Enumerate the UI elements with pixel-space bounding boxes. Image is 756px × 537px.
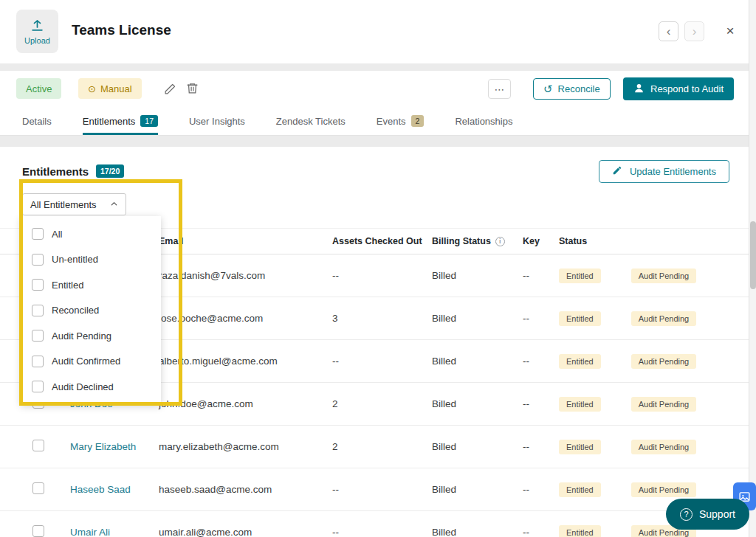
entitlement-badge: Entitled (559, 482, 601, 497)
billing-status: Billed (432, 484, 523, 495)
key-value: -- (523, 441, 559, 452)
edit-button[interactable] (162, 81, 178, 99)
option-checkbox[interactable] (32, 330, 44, 342)
tab-details[interactable]: Details (22, 108, 52, 135)
info-icon[interactable]: i (495, 237, 505, 246)
person-icon (633, 83, 645, 96)
vertical-scrollbar[interactable] (749, 0, 756, 537)
filter-option[interactable]: Reconciled (21, 298, 161, 324)
entitlements-filter-trigger[interactable]: All Entitlements (22, 193, 126, 215)
tab-entitlements[interactable]: Entitlements 17 (83, 108, 158, 135)
filter-option[interactable]: Un-entitled (21, 247, 161, 273)
delete-button[interactable] (185, 80, 200, 98)
row-checkbox[interactable] (32, 525, 44, 537)
respond-to-audit-button[interactable]: Respond to Audit (623, 77, 734, 100)
assets-checked-out: -- (332, 484, 432, 495)
upload-icon (30, 18, 44, 34)
option-label: Reconciled (52, 305, 99, 316)
entitlements-filter-dropdown: All Un-entitled Entitled Reconciled Audi… (21, 216, 161, 405)
user-email: raza.danish@7vals.com (159, 270, 332, 281)
entitlements-count-badge: 17/20 (96, 164, 124, 178)
trash-icon (186, 86, 199, 97)
col-header-status: Status (559, 236, 749, 246)
user-name-link[interactable]: Umair Ali (70, 527, 110, 537)
entitlement-badge: Entitled (559, 440, 601, 454)
pencil-icon (612, 165, 622, 178)
filter-selected-label: All Entitlements (30, 199, 97, 210)
filter-option[interactable]: Entitled (21, 272, 161, 298)
option-label: Un-entitled (52, 254, 98, 265)
reconcile-icon: ↺ (543, 83, 553, 94)
tab-label: Entitlements (83, 116, 136, 127)
tab-bar: Details Entitlements 17 User Insights Ze… (0, 108, 749, 136)
option-checkbox[interactable] (32, 305, 44, 316)
entitlement-badge: Entitled (559, 354, 601, 369)
user-email: haseeb.saad@acme.com (159, 484, 332, 495)
key-value: -- (523, 313, 559, 324)
filter-option[interactable]: Audit Pending (21, 323, 161, 349)
tab-label: Zendesk Tickets (276, 116, 346, 127)
key-value: -- (523, 527, 559, 537)
user-name-link[interactable]: Haseeb Saad (70, 484, 131, 495)
audit-status-badge: Audit Pending (631, 482, 697, 497)
toolbar: Active ⊙ Manual ⋯ ↺ Reconcile Respond to… (0, 71, 749, 136)
filter-option[interactable]: All (21, 221, 161, 247)
audit-status-badge: Audit Pending (631, 354, 697, 369)
filter-option[interactable]: Audit Confirmed (21, 349, 161, 375)
scrollbar-thumb[interactable] (750, 221, 756, 289)
option-label: Audit Pending (52, 330, 111, 342)
col-header-billing: Billing Status (432, 236, 491, 246)
key-value: -- (523, 270, 559, 281)
window-header: Upload Teams License ‹ › × (0, 0, 749, 63)
row-checkbox[interactable] (32, 482, 44, 494)
update-entitlements-label: Update Entitlements (630, 166, 716, 177)
assets-checked-out: -- (332, 356, 432, 367)
option-checkbox[interactable] (32, 356, 44, 367)
col-header-email: Email (159, 236, 332, 246)
support-button[interactable]: ? Support (666, 499, 749, 530)
option-checkbox[interactable] (32, 279, 44, 291)
status-badge: Active (16, 78, 61, 99)
update-entitlements-button[interactable]: Update Entitlements (599, 160, 729, 183)
tab-label: Relationships (455, 116, 512, 127)
option-label: Entitled (52, 280, 83, 291)
reconcile-label: Reconcile (558, 83, 600, 94)
section-title: Entitlements (22, 165, 89, 178)
tab-zendesk-tickets[interactable]: Zendesk Tickets (276, 108, 346, 135)
respond-to-audit-label: Respond to Audit (650, 83, 724, 94)
upload-button[interactable]: Upload (16, 10, 58, 53)
entitlement-badge: Entitled (559, 268, 601, 283)
row-checkbox[interactable] (32, 440, 44, 451)
next-record-button[interactable]: › (684, 21, 704, 41)
audit-status-badge: Audit Pending (631, 268, 697, 283)
close-button[interactable]: × (721, 21, 740, 41)
billing-status: Billed (432, 527, 523, 537)
more-actions-button[interactable]: ⋯ (488, 79, 511, 99)
tab-events[interactable]: Events 2 (377, 108, 425, 135)
user-email: alberto.miguel@acme.com (159, 356, 332, 367)
filter-option[interactable]: Audit Declined (21, 374, 161, 400)
table-row: Mary Elizabeth mary.elizabeth@acme.com 2… (0, 426, 749, 468)
assets-checked-out: -- (332, 527, 432, 537)
option-checkbox[interactable] (32, 228, 44, 240)
option-checkbox[interactable] (32, 254, 44, 266)
user-email: john.doe@acme.com (159, 398, 332, 409)
assets-checked-out: 2 (332, 398, 432, 409)
section-header: Entitlements 17/20 (22, 164, 124, 178)
pencil-icon (164, 86, 176, 97)
audit-status-badge: Audit Pending (631, 397, 697, 412)
prev-record-button[interactable]: ‹ (659, 21, 678, 41)
option-checkbox[interactable] (32, 381, 44, 392)
ellipsis-icon: ⋯ (495, 83, 505, 95)
tab-relationships[interactable]: Relationships (455, 108, 512, 135)
key-value: -- (523, 398, 559, 409)
user-email: jose.poche@acme.com (159, 313, 332, 324)
user-email: umair.ali@acme.com (159, 527, 332, 537)
tab-label: Details (22, 116, 52, 127)
option-label: Audit Confirmed (52, 356, 120, 367)
audit-status-badge: Audit Pending (631, 440, 697, 454)
user-name-link[interactable]: Mary Elizabeth (70, 441, 136, 452)
status-badge-label: Active (26, 83, 52, 94)
reconcile-button[interactable]: ↺ Reconcile (533, 78, 611, 100)
tab-user-insights[interactable]: User Insights (189, 108, 245, 135)
